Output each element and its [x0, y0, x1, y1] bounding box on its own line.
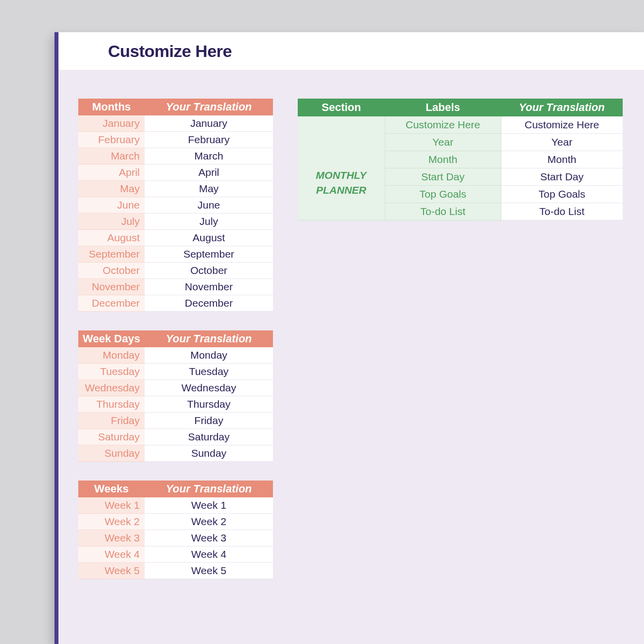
- month-val[interactable]: March: [145, 148, 273, 164]
- labels-header-val: Your Translation: [501, 99, 623, 116]
- weekday-key: Saturday: [78, 429, 145, 445]
- table-row: Week 5 Week 5: [78, 563, 273, 579]
- page-title: Customize Here: [108, 42, 232, 61]
- week-val[interactable]: Week 3: [145, 530, 273, 546]
- month-key: April: [78, 164, 145, 181]
- label-val[interactable]: Top Goals: [501, 186, 623, 203]
- week-key: Week 5: [78, 563, 145, 579]
- title-bar: Customize Here: [58, 32, 644, 70]
- week-key: Week 3: [78, 530, 145, 546]
- month-key: July: [78, 214, 145, 230]
- week-val[interactable]: Week 1: [145, 497, 273, 514]
- table-row: Wednesday Wednesday: [78, 380, 273, 396]
- label-key: Year: [385, 134, 501, 151]
- label-val[interactable]: Start Day: [501, 168, 623, 186]
- table-row: February February: [78, 132, 273, 148]
- week-key: Week 4: [78, 546, 145, 563]
- weekday-key: Monday: [78, 347, 145, 364]
- month-val[interactable]: June: [145, 197, 273, 214]
- table-row: Week 1 Week 1: [78, 497, 273, 514]
- month-val[interactable]: October: [145, 263, 273, 279]
- month-val[interactable]: January: [145, 115, 273, 132]
- table-row: September September: [78, 246, 273, 263]
- month-key: August: [78, 230, 145, 246]
- table-row: Thursday Thursday: [78, 396, 273, 413]
- months-tbody: January January February February March …: [78, 115, 273, 312]
- weeks-header-val: Your Translation: [145, 481, 273, 497]
- labels-header-label: Labels: [385, 99, 501, 116]
- month-val[interactable]: November: [145, 279, 273, 295]
- weeks-table: Weeks Your Translation Week 1 Week 1 Wee…: [78, 481, 273, 579]
- label-key: Start Day: [385, 168, 501, 186]
- table-row: Friday Friday: [78, 413, 273, 429]
- month-val[interactable]: July: [145, 214, 273, 230]
- months-header-key: Months: [78, 99, 145, 115]
- weekday-key: Tuesday: [78, 364, 145, 380]
- left-column: Months Your Translation January January …: [78, 99, 273, 579]
- month-key: May: [78, 181, 145, 197]
- table-row: December December: [78, 295, 273, 312]
- label-key: Top Goals: [385, 186, 501, 203]
- weekday-val[interactable]: Wednesday: [145, 380, 273, 396]
- label-key: Month: [385, 151, 501, 168]
- table-row: November November: [78, 279, 273, 295]
- week-key: Week 2: [78, 514, 145, 530]
- table-row: October October: [78, 263, 273, 279]
- labels-tbody: MONTHLYPLANNERCustomize HereCustomize He…: [298, 116, 623, 220]
- weeks-header-key: Weeks: [78, 481, 145, 497]
- table-row: July July: [78, 214, 273, 230]
- label-key: To-do List: [385, 203, 501, 220]
- month-val[interactable]: May: [145, 181, 273, 197]
- labels-header-section: Section: [298, 99, 385, 116]
- table-row: May May: [78, 181, 273, 197]
- label-val[interactable]: Customize Here: [501, 116, 623, 134]
- label-key: Customize Here: [385, 116, 501, 134]
- section-name: MONTHLYPLANNER: [298, 116, 385, 220]
- section-name-line1: MONTHLY: [316, 168, 367, 182]
- right-column: Section Labels Your Translation MONTHLYP…: [298, 99, 623, 220]
- page: Customize Here Months Your Translation J…: [54, 32, 644, 644]
- label-val[interactable]: To-do List: [501, 203, 623, 220]
- table-row: Saturday Saturday: [78, 429, 273, 445]
- month-key: February: [78, 132, 145, 148]
- label-val[interactable]: Year: [501, 134, 623, 151]
- month-val[interactable]: April: [145, 164, 273, 181]
- week-val[interactable]: Week 2: [145, 514, 273, 530]
- weekday-val[interactable]: Thursday: [145, 396, 273, 413]
- weekdays-table: Week Days Your Translation Monday Monday…: [78, 330, 273, 462]
- month-key: June: [78, 197, 145, 214]
- month-key: November: [78, 279, 145, 295]
- weekday-key: Friday: [78, 413, 145, 429]
- table-row: April April: [78, 164, 273, 181]
- table-row: January January: [78, 115, 273, 132]
- weekday-val[interactable]: Friday: [145, 413, 273, 429]
- table-row: June June: [78, 197, 273, 214]
- months-table: Months Your Translation January January …: [78, 99, 273, 312]
- weekday-val[interactable]: Tuesday: [145, 364, 273, 380]
- weekday-key: Wednesday: [78, 380, 145, 396]
- table-row: August August: [78, 230, 273, 246]
- weekdays-header-val: Your Translation: [145, 330, 273, 347]
- month-val[interactable]: February: [145, 132, 273, 148]
- month-val[interactable]: December: [145, 295, 273, 312]
- table-row: Week 2 Week 2: [78, 514, 273, 530]
- weekday-val[interactable]: Monday: [145, 347, 273, 364]
- month-val[interactable]: September: [145, 246, 273, 263]
- content-area: Months Your Translation January January …: [58, 70, 644, 579]
- week-val[interactable]: Week 4: [145, 546, 273, 563]
- month-key: December: [78, 295, 145, 312]
- week-val[interactable]: Week 5: [145, 563, 273, 579]
- table-row: Sunday Sunday: [78, 445, 273, 462]
- weekday-val[interactable]: Saturday: [145, 429, 273, 445]
- label-val[interactable]: Month: [501, 151, 623, 168]
- month-key: March: [78, 148, 145, 164]
- table-row: Monday Monday: [78, 347, 273, 364]
- weekday-val[interactable]: Sunday: [145, 445, 273, 462]
- month-key: October: [78, 263, 145, 279]
- month-key: January: [78, 115, 145, 132]
- month-val[interactable]: August: [145, 230, 273, 246]
- weekdays-header-key: Week Days: [78, 330, 145, 347]
- month-key: September: [78, 246, 145, 263]
- weeks-tbody: Week 1 Week 1 Week 2 Week 2 Week 3 Week …: [78, 497, 273, 579]
- table-row: Tuesday Tuesday: [78, 364, 273, 380]
